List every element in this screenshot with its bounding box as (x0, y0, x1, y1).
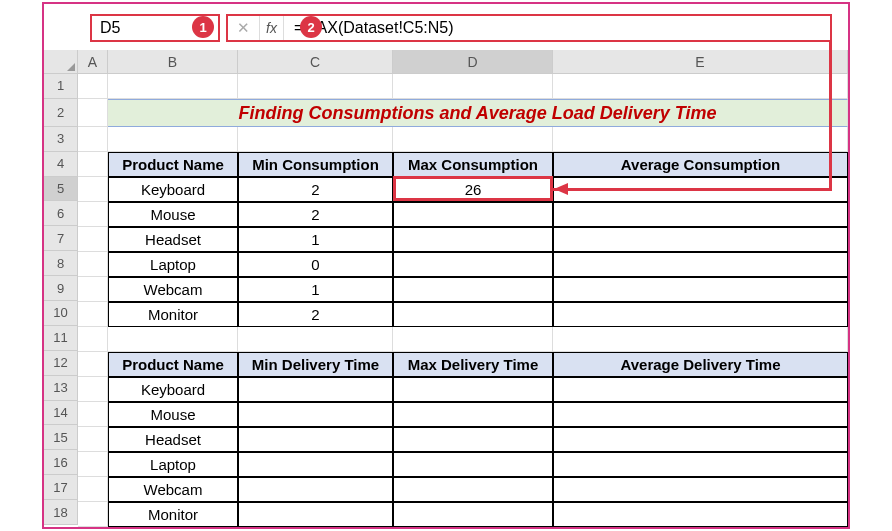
cell[interactable] (78, 252, 108, 277)
cell[interactable] (78, 277, 108, 302)
cell[interactable] (78, 202, 108, 227)
t2-r2-e[interactable] (553, 427, 848, 452)
t2-r5-b[interactable]: Monitor (108, 502, 238, 527)
t2-header-min[interactable]: Min Delivery Time (238, 352, 393, 377)
t1-r5-b[interactable]: Monitor (108, 302, 238, 327)
cell[interactable] (78, 152, 108, 177)
row-header-8[interactable]: 8 (44, 251, 78, 276)
t1-r1-b[interactable]: Mouse (108, 202, 238, 227)
cell[interactable] (78, 477, 108, 502)
row-header-15[interactable]: 15 (44, 425, 78, 450)
cell[interactable] (108, 327, 238, 352)
row-header-14[interactable]: 14 (44, 401, 78, 426)
t1-r2-b[interactable]: Headset (108, 227, 238, 252)
row-header-2[interactable]: 2 (44, 99, 78, 127)
cell[interactable] (78, 352, 108, 377)
row-header-7[interactable]: 7 (44, 226, 78, 251)
fx-icon[interactable]: fx (260, 16, 284, 40)
t1-r1-c[interactable]: 2 (238, 202, 393, 227)
t2-r4-e[interactable] (553, 477, 848, 502)
row-header-9[interactable]: 9 (44, 276, 78, 301)
row-header-11[interactable]: 11 (44, 326, 78, 351)
t1-r0-c[interactable]: 2 (238, 177, 393, 202)
col-header-d[interactable]: D (393, 50, 553, 74)
t1-header-max[interactable]: Max Consumption (393, 152, 553, 177)
cell[interactable] (238, 327, 393, 352)
row-header-12[interactable]: 12 (44, 351, 78, 376)
page-title[interactable]: Finding Consumptions and Average Load De… (108, 99, 848, 127)
cell[interactable] (78, 74, 108, 99)
row-header-16[interactable]: 16 (44, 450, 78, 475)
cell[interactable] (78, 327, 108, 352)
t2-r5-c[interactable] (238, 502, 393, 527)
t1-r5-d[interactable] (393, 302, 553, 327)
t2-r4-d[interactable] (393, 477, 553, 502)
row-header-6[interactable]: 6 (44, 201, 78, 226)
t1-r4-b[interactable]: Webcam (108, 277, 238, 302)
t1-r4-d[interactable] (393, 277, 553, 302)
row-header-1[interactable]: 1 (44, 74, 78, 99)
cell[interactable] (238, 74, 393, 99)
t2-r1-b[interactable]: Mouse (108, 402, 238, 427)
cell[interactable] (78, 302, 108, 327)
t2-r4-b[interactable]: Webcam (108, 477, 238, 502)
t1-r3-c[interactable]: 0 (238, 252, 393, 277)
t2-r0-d[interactable] (393, 377, 553, 402)
cell[interactable] (78, 377, 108, 402)
cancel-icon[interactable]: ✕ (228, 16, 260, 40)
cell[interactable] (393, 74, 553, 99)
cell[interactable] (553, 127, 848, 152)
t1-r3-e[interactable] (553, 252, 848, 277)
col-header-a[interactable]: A (78, 50, 108, 74)
t1-r1-d[interactable] (393, 202, 553, 227)
row-header-18[interactable]: 18 (44, 500, 78, 525)
t2-r2-d[interactable] (393, 427, 553, 452)
t1-r3-b[interactable]: Laptop (108, 252, 238, 277)
t1-header-min[interactable]: Min Consumption (238, 152, 393, 177)
cell[interactable] (78, 502, 108, 527)
select-all-corner[interactable] (44, 50, 78, 74)
t1-r4-c[interactable]: 1 (238, 277, 393, 302)
t2-r1-c[interactable] (238, 402, 393, 427)
t2-r0-c[interactable] (238, 377, 393, 402)
t2-r3-c[interactable] (238, 452, 393, 477)
cell[interactable] (108, 127, 238, 152)
col-header-b[interactable]: B (108, 50, 238, 74)
row-header-5[interactable]: 5 (44, 177, 78, 202)
row-header-3[interactable]: 3 (44, 127, 78, 152)
cell[interactable] (78, 99, 108, 127)
cell[interactable] (78, 227, 108, 252)
t2-r2-b[interactable]: Headset (108, 427, 238, 452)
cell[interactable] (78, 127, 108, 152)
t2-r3-b[interactable]: Laptop (108, 452, 238, 477)
t2-header-max[interactable]: Max Delivery Time (393, 352, 553, 377)
cell[interactable] (553, 74, 848, 99)
cell[interactable] (393, 327, 553, 352)
row-header-13[interactable]: 13 (44, 376, 78, 401)
cell[interactable] (78, 452, 108, 477)
cell-d5[interactable]: 26 (393, 177, 553, 202)
t1-header-avg[interactable]: Average Consumption (553, 152, 848, 177)
cell[interactable] (108, 74, 238, 99)
t1-r2-d[interactable] (393, 227, 553, 252)
t2-r2-c[interactable] (238, 427, 393, 452)
t2-r0-b[interactable]: Keyboard (108, 377, 238, 402)
row-header-17[interactable]: 17 (44, 475, 78, 500)
t2-r5-d[interactable] (393, 502, 553, 527)
t2-r3-d[interactable] (393, 452, 553, 477)
cell[interactable] (238, 127, 393, 152)
col-header-c[interactable]: C (238, 50, 393, 74)
t1-r1-e[interactable] (553, 202, 848, 227)
t1-r2-c[interactable]: 1 (238, 227, 393, 252)
t2-r0-e[interactable] (553, 377, 848, 402)
t1-r5-c[interactable]: 2 (238, 302, 393, 327)
t1-r5-e[interactable] (553, 302, 848, 327)
formula-input[interactable]: =MAX(Dataset!C5:N5) (284, 16, 830, 40)
row-header-4[interactable]: 4 (44, 152, 78, 177)
t1-header-product[interactable]: Product Name (108, 152, 238, 177)
t1-r3-d[interactable] (393, 252, 553, 277)
t1-r2-e[interactable] (553, 227, 848, 252)
cell[interactable] (78, 177, 108, 202)
t1-r4-e[interactable] (553, 277, 848, 302)
t2-r3-e[interactable] (553, 452, 848, 477)
